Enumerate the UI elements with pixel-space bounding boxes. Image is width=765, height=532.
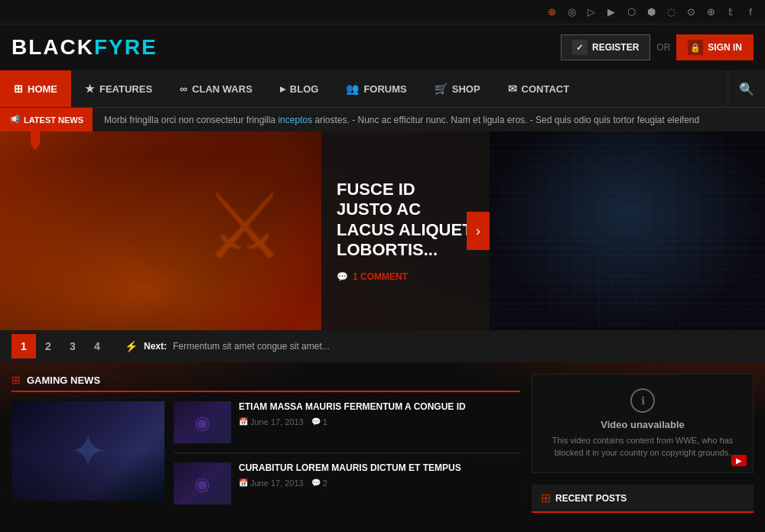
nav-features[interactable]: ★ FEATURES xyxy=(71,70,166,107)
vimeo-icon[interactable]: ▷ xyxy=(584,5,598,19)
shop-nav-icon: 🛒 xyxy=(435,83,448,95)
youtube-watermark: ▶ xyxy=(731,455,747,466)
page-3[interactable]: 3 xyxy=(60,334,85,358)
news-text-2: CURABITUR LOREM MAURIS DICTUM ET TEMPUS … xyxy=(239,462,520,504)
recent-posts-header: ⊞ RECENT POSTS xyxy=(532,485,754,513)
logo-fyre: FYRE xyxy=(94,35,158,59)
instagram-icon[interactable]: ⬢ xyxy=(644,5,658,19)
twitch-icon[interactable]: ⬡ xyxy=(624,5,638,19)
main-nav: ⊞ HOME ★ FEATURES ∞ CLAN WARS ▸ BLOG 👥 F… xyxy=(0,70,765,107)
video-box: ℹ Video unavailable This video contains … xyxy=(532,374,754,473)
recent-posts-icon: ⊞ xyxy=(541,491,551,505)
page-wrapper: ⊕ ◎ ▷ ▶ ⬡ ⬢ ◌ ⊙ ⊕ 𝕥 f BLACKFYRE ✓ REGIST… xyxy=(0,0,765,524)
rss-icon[interactable]: ⊕ xyxy=(545,5,558,19)
news-item-1: ETIAM MASSA MAURIS FERMENTUM A CONGUE ID… xyxy=(174,401,520,453)
ticker-text: Morbi fringilla orci non consectetur fri… xyxy=(93,115,711,125)
register-icon: ✓ xyxy=(572,40,588,55)
logo-black: BLACK xyxy=(11,35,94,59)
nav-contact[interactable]: ✉ CONTACT xyxy=(494,70,584,107)
header: BLACKFYRE ✓ REGISTER OR 🔒 SIGN IN xyxy=(0,24,765,70)
news-featured xyxy=(11,401,164,504)
video-unavailable-icon: ℹ xyxy=(630,388,655,413)
news-date-1: 📅 June 17, 2013 xyxy=(239,417,304,427)
gaming-news-title: GAMING NEWS xyxy=(27,375,100,386)
news-meta-1: 📅 June 17, 2013 💬 1 xyxy=(239,417,520,427)
search-icon: 🔍 xyxy=(739,82,754,96)
news-title-2[interactable]: CURABITUR LOREM MAURIS DICTUM ET TEMPUS xyxy=(239,462,520,475)
blog-nav-icon: ▸ xyxy=(280,83,285,95)
video-description: This video contains content from WWE, wh… xyxy=(544,435,741,459)
video-unavailable: ℹ Video unavailable This video contains … xyxy=(544,388,741,459)
main-content: ⊞ GAMING NEWS ETIAM MASSA MAURIS FERMENT… xyxy=(0,362,765,524)
nav-home[interactable]: ⊞ HOME xyxy=(0,70,71,107)
video-unavailable-title: Video unavailable xyxy=(544,419,741,430)
ticker-label: 📢 LATEST NEWS xyxy=(0,108,93,131)
features-nav-icon: ★ xyxy=(85,83,95,95)
news-meta-2: 📅 June 17, 2013 💬 2 xyxy=(239,478,520,488)
nav-shop[interactable]: 🛒 SHOP xyxy=(421,70,494,107)
search-button[interactable]: 🔍 xyxy=(728,70,765,107)
news-comments-1: 💬 1 xyxy=(311,417,327,427)
site-logo[interactable]: BLACKFYRE xyxy=(11,35,158,60)
news-list: ETIAM MASSA MAURIS FERMENTUM A CONGUE ID… xyxy=(174,401,520,504)
news-thumb-2 xyxy=(174,462,231,504)
page-4[interactable]: 4 xyxy=(85,334,109,358)
page-2[interactable]: 2 xyxy=(36,334,60,358)
slide-caption: FUSCE ID JUSTO AC LACUS ALIQUET LOBORTIS… xyxy=(321,131,490,330)
news-grid: ETIAM MASSA MAURIS FERMENTUM A CONGUE ID… xyxy=(11,401,520,504)
lightning-icon: ⚡ xyxy=(125,340,138,352)
clanwars-nav-icon: ∞ xyxy=(180,83,187,95)
content-right: ℹ Video unavailable This video contains … xyxy=(532,374,754,513)
slider-pagination: 1 2 3 4 ⚡ Next: Fermentum sit amet congu… xyxy=(0,330,765,362)
signin-icon: 🔒 xyxy=(688,40,703,55)
contact-nav-icon: ✉ xyxy=(508,83,517,95)
gaming-news-header: ⊞ GAMING NEWS xyxy=(11,374,520,392)
next-preview-text: Fermentum sit amet congue sit amet... xyxy=(173,341,330,352)
gaming-news-icon: ⊞ xyxy=(11,374,21,386)
recent-posts-title: RECENT POSTS xyxy=(555,493,627,504)
ticker-link[interactable]: inceptos xyxy=(278,115,312,125)
pinterest-icon[interactable]: ⊙ xyxy=(684,5,698,19)
slide-secondary[interactable] xyxy=(490,131,765,330)
nav-clan-wars[interactable]: ∞ CLAN WARS xyxy=(166,70,266,107)
calendar-icon-2: 📅 xyxy=(239,478,248,487)
comment-icon-2: 💬 xyxy=(311,478,321,487)
or-label: OR xyxy=(656,42,670,53)
news-text-1: ETIAM MASSA MAURIS FERMENTUM A CONGUE ID… xyxy=(239,401,520,443)
signin-button[interactable]: 🔒 SIGN IN xyxy=(676,34,754,60)
nav-blog[interactable]: ▸ BLOG xyxy=(266,70,333,107)
news-item-2: CURABITUR LOREM MAURIS DICTUM ET TEMPUS … xyxy=(174,462,520,504)
news-featured-image[interactable] xyxy=(11,401,164,501)
news-ticker: 📢 LATEST NEWS Morbi fringilla orci non c… xyxy=(0,107,765,131)
page-1[interactable]: 1 xyxy=(11,334,36,358)
news-thumb-1 xyxy=(174,401,231,443)
content-left: ⊞ GAMING NEWS ETIAM MASSA MAURIS FERMENT… xyxy=(11,374,520,513)
social-bar: ⊕ ◎ ▷ ▶ ⬡ ⬢ ◌ ⊙ ⊕ 𝕥 f xyxy=(0,0,765,24)
home-nav-icon: ⊞ xyxy=(14,83,23,95)
news-title-1[interactable]: ETIAM MASSA MAURIS FERMENTUM A CONGUE ID xyxy=(239,401,520,414)
next-label: Next: xyxy=(144,341,167,352)
next-preview: ⚡ Next: Fermentum sit amet congue sit am… xyxy=(125,340,330,352)
calendar-icon-1: 📅 xyxy=(239,417,248,426)
comment-icon: 💬 xyxy=(337,271,348,282)
lastfm-icon[interactable]: ◌ xyxy=(664,5,678,19)
facebook-icon[interactable]: f xyxy=(744,5,757,19)
hero-slider: FUSCE ID JUSTO AC LACUS ALIQUET LOBORTIS… xyxy=(0,131,765,330)
dribbble-icon[interactable]: ◎ xyxy=(565,5,578,19)
slide-next-button[interactable]: › xyxy=(467,212,490,250)
googleplus-icon[interactable]: ⊕ xyxy=(704,5,718,19)
comment-icon-1: 💬 xyxy=(311,417,321,426)
news-comments-2: 💬 2 xyxy=(311,478,327,488)
register-button[interactable]: ✓ REGISTER xyxy=(561,34,650,60)
slide-main: FUSCE ID JUSTO AC LACUS ALIQUET LOBORTIS… xyxy=(0,131,490,330)
nav-forums[interactable]: 👥 FORUMS xyxy=(332,70,420,107)
youtube-icon[interactable]: ▶ xyxy=(604,5,618,19)
ticker-icon: 📢 xyxy=(9,115,20,125)
news-date-2: 📅 June 17, 2013 xyxy=(239,478,304,488)
slide-comment[interactable]: 💬 1 COMMENT xyxy=(337,271,474,282)
slide-title[interactable]: FUSCE ID JUSTO AC LACUS ALIQUET LOBORTIS… xyxy=(337,180,474,261)
twitter-icon[interactable]: 𝕥 xyxy=(724,5,737,19)
header-actions: ✓ REGISTER OR 🔒 SIGN IN xyxy=(561,34,754,60)
forums-nav-icon: 👥 xyxy=(346,83,359,95)
